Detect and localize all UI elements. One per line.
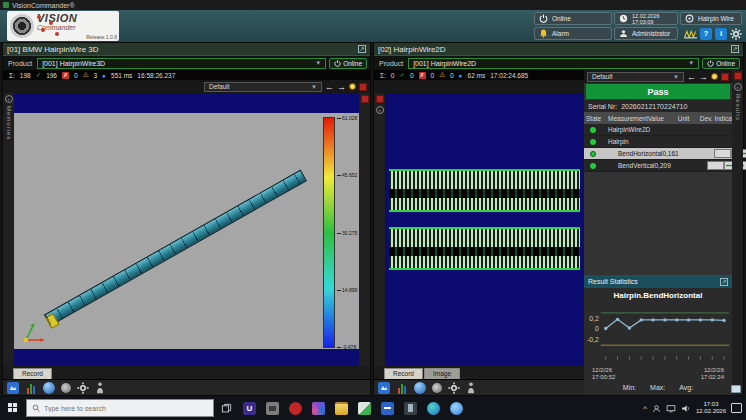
table-row[interactable]: Hairpin — [584, 136, 732, 148]
detach-icon[interactable] — [734, 72, 742, 80]
light-bulb-icon[interactable] — [349, 83, 356, 90]
taskbar-app-browser[interactable] — [445, 396, 468, 420]
taskbar-app-image-viewer[interactable] — [353, 396, 376, 420]
volume-icon[interactable] — [681, 404, 691, 413]
expand-icon[interactable]: ↗ — [358, 45, 366, 53]
taskbar-app-vm[interactable] — [261, 396, 284, 420]
settings-gear-icon[interactable] — [730, 28, 742, 40]
alarm-button[interactable]: Alarm — [534, 27, 612, 40]
histogram-icon[interactable] — [25, 382, 37, 394]
table-row-selected[interactable]: BendHorizontal0,161 — [584, 148, 732, 160]
viewport-3d[interactable]: 61.028 45.652 30.275 14.899 -0.478 — [14, 93, 359, 366]
record-tab[interactable]: Record — [13, 368, 52, 379]
panel-2d-toolbar — [374, 379, 584, 395]
machine-icon[interactable] — [684, 28, 697, 39]
colorbar-tick: 14.899 — [337, 287, 357, 293]
histogram-icon[interactable] — [396, 382, 408, 394]
panel-3d-tabs: Record — [3, 366, 370, 379]
taskbar-app-docs[interactable] — [376, 396, 399, 420]
prev-arrow-icon[interactable]: ← — [687, 72, 696, 82]
task-view-button[interactable] — [214, 396, 238, 420]
light-bulb-icon[interactable] — [711, 73, 718, 80]
chevron-down-icon: ▼ — [688, 60, 694, 66]
serial-number-row: Serial Nr: 20260212170224710 — [584, 100, 732, 112]
search-input[interactable] — [44, 405, 194, 412]
next-arrow-icon[interactable]: → — [337, 82, 346, 92]
taskbar-app-file-explorer[interactable] — [330, 396, 353, 420]
pointer-tool-icon[interactable] — [61, 383, 71, 393]
user-icon — [619, 29, 628, 38]
collapse-chevron-icon[interactable]: › — [376, 106, 384, 114]
result-statistics-header: Result Statistics ↗ — [584, 275, 732, 288]
info-icon[interactable]: i — [715, 28, 727, 40]
vision-commander-logo: VISION Commander Release 1.0.8 — [7, 11, 119, 41]
svg-text:0: 0 — [595, 326, 599, 333]
taskbar-app-edge[interactable] — [422, 396, 445, 420]
panel-3d: [01] BMW HairpinWire 3D ↗ Product [001] … — [2, 42, 371, 396]
status-ok-icon — [590, 151, 596, 157]
next-arrow-icon[interactable]: → — [699, 72, 708, 82]
viewport-settings-gear-icon[interactable] — [77, 382, 89, 394]
detach-icon[interactable] — [376, 95, 384, 103]
start-button[interactable] — [0, 396, 26, 420]
taskbar-app-record[interactable] — [284, 396, 307, 420]
result-statistics-panel: Result Statistics ↗ Hairpin.BendHorizont… — [584, 275, 732, 395]
power-icon — [707, 60, 714, 67]
product-select[interactable]: [001] HairpinWire3D▼ — [37, 58, 326, 69]
tray-expand-icon[interactable]: ^ — [643, 404, 647, 413]
viewport-2d[interactable] — [385, 93, 584, 366]
view-preset-select[interactable]: Default▼ — [587, 72, 684, 82]
taskbar-clock[interactable]: 17:0312.02.2026 — [696, 401, 726, 415]
datetime-button[interactable]: 12.02.202617:03:09 — [614, 12, 678, 25]
results-tab-label[interactable]: Results — [735, 94, 741, 121]
fail-count-icon: ✗ — [419, 72, 426, 79]
statue-icon[interactable] — [95, 382, 105, 394]
sphere-view-icon[interactable] — [414, 382, 426, 394]
product-select[interactable]: [001] HairpinWire2D▼ — [408, 58, 699, 69]
collapse-chevron-icon[interactable]: › — [5, 95, 13, 103]
colorbar-tick: 61.028 — [337, 115, 357, 121]
keyboard-icon[interactable] — [731, 385, 741, 393]
tray-user-icon[interactable] — [652, 404, 661, 413]
network-icon[interactable] — [666, 404, 676, 413]
station-button[interactable]: Hairpin Wire — [680, 12, 742, 25]
chevron-down-icon: ▼ — [311, 84, 317, 90]
sphere-view-icon[interactable] — [43, 382, 55, 394]
collapse-chevron-icon[interactable]: › — [734, 83, 742, 91]
memories-tab-label[interactable]: Memories — [6, 106, 12, 140]
record-stop-icon[interactable] — [721, 73, 729, 81]
chart-footer-labels: Min: Max: Avg: — [584, 381, 732, 395]
logo-release-text: Release 1.0.8 — [86, 34, 117, 40]
viewport-settings-gear-icon[interactable] — [448, 382, 460, 394]
taskbar-app-ultimaker[interactable]: U — [238, 396, 261, 420]
view-preset-select[interactable]: Default▼ — [204, 82, 322, 92]
taskbar-app-paint[interactable] — [307, 396, 330, 420]
online-status-button[interactable]: Online — [534, 12, 612, 25]
table-row[interactable]: BendVertical0,209 — [584, 160, 732, 172]
taskbar-app-device[interactable] — [399, 396, 422, 420]
help-icon[interactable]: ? — [700, 28, 712, 40]
expand-icon[interactable]: ↗ — [731, 45, 739, 53]
prev-arrow-icon[interactable]: ← — [325, 82, 334, 92]
serial-label: Serial Nr: — [588, 103, 617, 110]
warning-count-icon: ⚠ — [439, 71, 445, 79]
main-area: [01] BMW HairpinWire 3D ↗ Product [001] … — [0, 42, 746, 396]
image-tab[interactable]: Image — [424, 368, 460, 379]
pointer-tool-icon[interactable] — [432, 383, 442, 393]
viewport-3d-top-band — [14, 93, 359, 113]
status-badge: Pass — [586, 84, 730, 99]
snapshot-icon[interactable] — [378, 382, 390, 394]
detach-icon[interactable] — [361, 95, 369, 103]
pass-count-icon: ✓ — [36, 71, 41, 79]
user-button[interactable]: Administrator — [614, 27, 678, 40]
expand-icon[interactable]: ↗ — [720, 278, 728, 286]
record-stop-icon[interactable] — [359, 83, 367, 91]
record-tab[interactable]: Record — [384, 368, 423, 379]
snapshot-icon[interactable] — [7, 382, 19, 394]
online-toggle-button[interactable]: Online — [329, 58, 367, 69]
statue-icon[interactable] — [466, 382, 476, 394]
online-toggle-button[interactable]: Online — [702, 58, 740, 69]
table-row[interactable]: HairpinWire2D — [584, 124, 732, 136]
taskbar-search[interactable] — [26, 399, 214, 417]
notification-center-icon[interactable] — [731, 403, 742, 413]
